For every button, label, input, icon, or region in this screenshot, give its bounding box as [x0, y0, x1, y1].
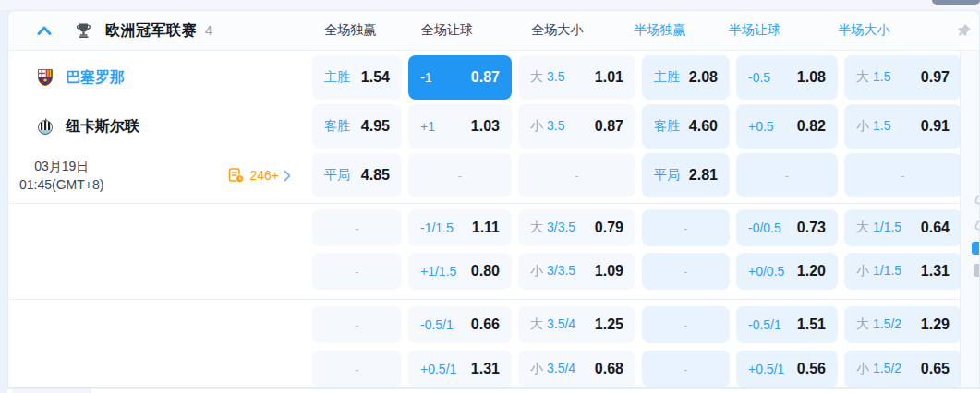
odds-cell[interactable]: 客胜4.60: [642, 104, 730, 149]
odds-cell[interactable]: 大3.51.01: [518, 55, 635, 100]
bet-label: +1/1.5: [420, 264, 456, 279]
odds-cell[interactable]: 小1/1.51.31: [844, 253, 962, 290]
odds-value: 0.80: [471, 263, 500, 280]
odds-cell[interactable]: -0.5/11.51: [736, 306, 838, 343]
odds-cell[interactable]: -: [518, 153, 635, 197]
odds-value: 0.56: [797, 361, 826, 377]
odds-cell[interactable]: 小3.5/40.68: [518, 351, 635, 387]
odds-value: 4.85: [361, 167, 390, 184]
empty-dash: -: [654, 221, 718, 235]
odds-cell[interactable]: -: [312, 306, 402, 343]
bet-label: 客胜: [654, 118, 680, 135]
column-header-half-over-under[interactable]: 半场大小: [805, 22, 923, 39]
chevron-up-icon: [37, 25, 52, 36]
line-prefix: 大: [530, 316, 543, 333]
odds-value: 1.01: [595, 69, 623, 86]
line-prefix: 小: [530, 118, 543, 135]
line-prefix: 大: [856, 69, 869, 86]
empty-dash: -: [654, 318, 718, 332]
odds-cell[interactable]: -0.51.08: [736, 55, 838, 100]
odds-cell[interactable]: -: [736, 153, 838, 197]
odds-value: 0.87: [595, 118, 623, 135]
next-card-divider: [90, 389, 91, 393]
odds-cell[interactable]: +0.5/11.31: [408, 351, 512, 387]
pin-button[interactable]: [954, 21, 973, 40]
odds-cell[interactable]: -: [312, 209, 402, 246]
bet-label: -1: [420, 70, 431, 85]
odds-cell[interactable]: +0.5/10.56: [736, 351, 838, 387]
empty-dash: -: [324, 221, 390, 235]
odds-cell[interactable]: -: [312, 351, 402, 387]
odds-cell[interactable]: 主胜1.54: [312, 55, 402, 100]
bet-label: +0.5/1: [420, 362, 456, 376]
bet-label: -0.5: [748, 70, 770, 85]
odds-cell[interactable]: +1/1.50.80: [408, 253, 512, 290]
odds-cell[interactable]: -0.5/10.66: [408, 306, 512, 343]
column-header-full-handicap[interactable]: 全场让球: [395, 22, 499, 39]
league-header-left: 欧洲冠军联赛 4: [8, 21, 306, 41]
match-time: 01:45(GMT+8): [19, 175, 103, 194]
floating-widget-fragment: [974, 264, 980, 277]
odds-value: 2.81: [689, 167, 718, 184]
odds-cell[interactable]: 大3.5/41.25: [518, 306, 635, 343]
odds-cell[interactable]: 大1.5/21.29: [844, 306, 962, 343]
odds-cell[interactable]: 主胜2.08: [642, 55, 730, 100]
odds-row-away: 纽卡斯尔联 客胜4.95 +11.03 小3.50.87 客胜4.60 +0.5…: [8, 104, 979, 149]
column-header-full-over-under[interactable]: 全场大小: [499, 22, 616, 39]
odds-group-main: 巴塞罗那 主胜1.54 -10.87 大3.51.01 主胜2.08 -0.51…: [8, 51, 979, 203]
column-header-full-win[interactable]: 全场独赢: [306, 22, 395, 39]
more-markets-link[interactable]: 246+: [228, 167, 291, 184]
odds-value: 0.97: [921, 69, 950, 86]
odds-value: 1.03: [471, 118, 500, 135]
line-prefix: 大: [530, 220, 543, 236]
odds-cell[interactable]: 大1/1.50.64: [844, 209, 962, 246]
odds-cell[interactable]: -: [642, 351, 730, 387]
odds-cell[interactable]: -: [312, 253, 402, 290]
column-header-half-handicap[interactable]: 半场让球: [704, 22, 805, 39]
odds-cell[interactable]: +0.50.82: [736, 104, 838, 149]
odds-group-alt-lines-2: - -0.5/10.66 大3.5/41.25 - -0.5/11.51 大1.…: [8, 299, 979, 388]
odds-cell[interactable]: +0/0.51.20: [736, 253, 838, 290]
odds-cell[interactable]: 客胜4.95: [312, 104, 402, 149]
odds-value: 4.60: [689, 118, 718, 135]
odds-value: 1.11: [472, 220, 500, 236]
bet-label: 主胜: [654, 69, 680, 86]
odds-cell-selected[interactable]: -10.87: [408, 55, 512, 100]
odds-cell[interactable]: -0/0.50.73: [736, 209, 838, 246]
odds-cell[interactable]: -: [642, 209, 730, 246]
line-number: 3.5: [547, 69, 564, 84]
odds-row-home: 巴塞罗那 主胜1.54 -10.87 大3.51.01 主胜2.08 -0.51…: [8, 55, 979, 100]
line-number: 1.5: [873, 69, 890, 84]
line-number: 1.5/2: [873, 361, 901, 375]
odds-value: 1.31: [921, 263, 950, 280]
coins-clock-icon: [228, 167, 245, 184]
odds-cell[interactable]: 小3.50.87: [518, 104, 635, 149]
away-team-name: 纽卡斯尔联: [66, 117, 139, 137]
odds-cell[interactable]: 大1.50.97: [844, 55, 962, 100]
odds-value: 0.64: [921, 220, 950, 236]
odds-cell[interactable]: -: [642, 306, 730, 343]
odds-cell[interactable]: -: [844, 153, 962, 197]
bet-label: 平局: [654, 167, 680, 184]
league-header: 欧洲冠军联赛 4 全场独赢 全场让球 全场大小 半场独赢 半场让球 半场大小: [8, 11, 979, 51]
odds-row: - -0.5/10.66 大3.5/41.25 - -0.5/11.51 大1.…: [8, 306, 979, 343]
odds-cell[interactable]: 小3/3.51.09: [518, 253, 635, 290]
line-prefix: 小: [530, 263, 543, 280]
odds-cell[interactable]: 小1.50.91: [844, 104, 962, 149]
odds-cell[interactable]: 大3/3.50.79: [518, 209, 635, 246]
next-card-cell-edge: [12, 389, 90, 393]
empty-dash: -: [748, 169, 826, 183]
collapse-button[interactable]: [36, 22, 53, 39]
odds-cell[interactable]: 平局2.81: [642, 153, 730, 197]
odds-cell[interactable]: +11.03: [408, 104, 512, 149]
odds-value: 0.82: [797, 118, 826, 135]
odds-value: 0.65: [921, 361, 950, 377]
odds-cell[interactable]: 小1.5/20.65: [844, 351, 962, 387]
odds-cell[interactable]: -: [642, 253, 730, 290]
line-number: 3.5/4: [547, 361, 575, 375]
odds-cell[interactable]: -1/1.51.11: [408, 209, 512, 246]
column-header-half-win[interactable]: 半场独赢: [616, 22, 704, 39]
odds-cell[interactable]: 平局4.85: [312, 153, 402, 197]
odds-cell[interactable]: -: [408, 153, 512, 197]
home-team-name: 巴塞罗那: [66, 68, 125, 88]
